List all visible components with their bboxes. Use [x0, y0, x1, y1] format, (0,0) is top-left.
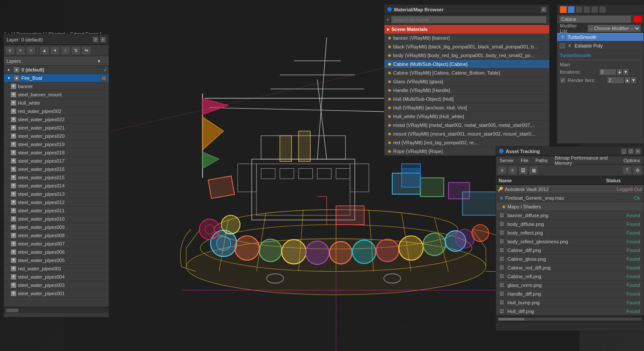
props-modifier-icon[interactable] — [568, 6, 575, 13]
render-iter-spinup[interactable]: ▲ — [624, 77, 630, 84]
layer-item-swp016[interactable]: ■ steel_water_pipes016 — [4, 165, 109, 174]
asset-file-hull-bump[interactable]: 🖼 Hull_bump.png Found — [496, 298, 644, 307]
layer-item-swp020[interactable]: ■ steel_water_pipes020 — [4, 132, 109, 140]
hscroll-thumb[interactable] — [6, 308, 19, 313]
mat-item-metal[interactable]: ◆ metal (VRayMtl) [metal_stair002, metal… — [384, 121, 549, 129]
render-iters-input[interactable]: 2 — [607, 77, 624, 84]
layer-close-btn[interactable]: × — [100, 37, 106, 43]
layer-tb-sort3[interactable]: ⇆ — [82, 46, 91, 55]
mat-item-handle[interactable]: ◆ Handle (VRayMtl) [Handle] — [384, 86, 549, 95]
mat-item-mount[interactable]: ◆ mount (VRayMtl) [mount_stair001, mount… — [384, 129, 549, 138]
layer-item-swp019[interactable]: ■ steel_water_pipes019 — [4, 140, 109, 149]
mat-item-body[interactable]: ◆ body (VRayMtl) [body_red_big_pompa001,… — [384, 51, 549, 60]
asset-maps-group[interactable]: ◆ Maps / Shaders — [496, 202, 644, 211]
mat-item-banner[interactable]: ◆ banner (VRayMtl) [banner] — [384, 34, 549, 42]
asset-scrollbar-track[interactable] — [498, 317, 642, 321]
mat-item-cabine-multi[interactable]: ◆ Cabine (Multi/Sub-Object) [Cabine] — [384, 60, 549, 68]
layer-item-swp018[interactable]: ■ steel_water_pipes018 — [4, 149, 109, 157]
props-color-icon[interactable] — [560, 6, 567, 13]
asset-maxfile-row[interactable]: ◉ Fireboat_Generic_vray.max Ok — [496, 194, 644, 202]
asset-list[interactable]: 🔑 Autodesk Vault 2012 Logged Out ◉ Fireb… — [496, 185, 644, 316]
layer-item-rwp002[interactable]: ■ red_water_pipes002 — [4, 107, 109, 116]
mat-search-input[interactable] — [391, 16, 547, 24]
layer-item-swp011[interactable]: ■ steel_water_pipes011 — [4, 207, 109, 215]
layer-item-swp017[interactable]: ■ steel_water_pipes017 — [4, 157, 109, 165]
layer-tb-move-down[interactable]: ▾ — [50, 46, 60, 55]
mat-item-hull-vray[interactable]: ◆ Hull (VRayMtl) [anchoor, Hull, Vint] — [384, 103, 549, 112]
layer-tb-sort[interactable]: ↕ — [61, 46, 70, 55]
asset-tb-1[interactable]: ≡ — [497, 166, 507, 175]
layer-item-banner[interactable]: ■ banner — [4, 82, 109, 91]
asset-file-cabine-gloss[interactable]: 🖼 Cabine_gloss.png Found — [496, 255, 644, 263]
mod-check-editable-poly[interactable]: □ — [560, 43, 565, 48]
asset-menu-file[interactable]: File — [519, 157, 530, 164]
layer-item-swp004[interactable]: ■ steel_water_pipes004 — [4, 273, 109, 281]
asset-scrollbar[interactable] — [496, 316, 644, 322]
modifier-entry-editable-poly[interactable]: □ E Editable Poly — [557, 41, 644, 50]
mat-item-black[interactable]: ◆ black (VRayMtl) [black_big_pompa001, b… — [384, 42, 549, 51]
layer-item-steel-banner[interactable]: ■ steel_banner_mount — [4, 91, 109, 99]
asset-close-btn[interactable]: × — [635, 148, 641, 154]
layer-item-swp005[interactable]: ■ steel_water_pipes005 — [4, 256, 109, 265]
asset-menu-server[interactable]: Server — [498, 157, 515, 164]
modifier-list-dropdown[interactable]: -- Choose Modifier -- — [587, 24, 641, 32]
asset-file-cabine-refl[interactable]: 🖼 Cabine_refl.png Found — [496, 272, 644, 281]
props-hierarchy-icon[interactable] — [575, 6, 582, 13]
layer-list[interactable]: ▸ ● 0 (default) ✓ ▾ ● Fire_Boat □ ■ bann… — [4, 66, 109, 307]
asset-file-body[interactable]: 🖼 body_diffuse.png Found — [496, 220, 644, 228]
mat-item-hull-multi[interactable]: ◆ Hull (Multi/Sub-Object) [Hull] — [384, 95, 549, 103]
props-utilities-icon[interactable] — [599, 6, 606, 13]
layer-item-swp014[interactable]: ■ steel_water_pipes014 — [4, 182, 109, 190]
asset-file-hull-diff[interactable]: 🖼 Hull_diff.png Found — [496, 307, 644, 316]
layer-item-swp009[interactable]: ■ steel_water_pipes009 — [4, 223, 109, 232]
layer-vis-0[interactable]: ● — [14, 67, 20, 73]
asset-menu-bitmap[interactable]: Bitmap Performance and Memory — [553, 154, 618, 167]
asset-scrollbar-thumb[interactable] — [498, 318, 524, 320]
layer-tb-move[interactable]: ▲ — [40, 46, 49, 55]
asset-file-handle[interactable]: 🖼 Handle_diff.png Found — [496, 290, 644, 298]
layer-item-swp003[interactable]: ■ steel_water_pipes003 — [4, 281, 109, 290]
render-iter-spindown[interactable]: ▼ — [630, 77, 637, 84]
props-display-icon[interactable] — [591, 6, 598, 13]
asset-maximize-btn[interactable]: □ — [628, 148, 634, 154]
layer-tb-delete[interactable]: × — [16, 46, 25, 55]
layer-item-swp007[interactable]: ■ steel_water_pipes007 — [4, 240, 109, 248]
layer-item-swp021[interactable]: ■ steel_water_pipes021 — [4, 124, 109, 132]
asset-tb-3[interactable]: 🖼 — [518, 166, 528, 175]
asset-file-cabine-red[interactable]: 🖼 Cabine_red_diff.png Found — [496, 263, 644, 272]
mat-item-red[interactable]: ◆ red (VRayMtl) [red_big_pompa002, re... — [384, 138, 549, 147]
asset-file-banner[interactable]: 🖼 banner_diffuse.png Found — [496, 211, 644, 220]
asset-tb-2[interactable]: ≡ — [508, 166, 517, 175]
iter-spindown[interactable]: ▼ — [623, 68, 629, 75]
layer-item-swp006[interactable]: ■ steel_water_pipes006 — [4, 248, 109, 256]
layer-item-hull-white[interactable]: ■ Hull_white — [4, 99, 109, 107]
layers-scroll-arrow[interactable]: ▾ — [97, 58, 106, 64]
layer-item-swp015[interactable]: ■ steel_water_pipes015 — [4, 174, 109, 182]
render-iters-checkbox[interactable]: ✓ — [560, 77, 566, 83]
layer-item-swp012[interactable]: ■ steel_water_pipes012 — [4, 198, 109, 207]
layer-item-swp010[interactable]: ■ steel_water_pipes010 — [4, 215, 109, 223]
asset-tb-help[interactable]: ? — [622, 166, 632, 175]
turbo-iter-input[interactable]: 0 — [599, 68, 617, 75]
layer-tb-add[interactable]: + — [26, 46, 36, 55]
layer-item-swp013[interactable]: ■ steel_water_pipes013 — [4, 190, 109, 198]
mat-item-glass[interactable]: ◆ Glass (VRayMtl) [glass] — [384, 77, 549, 86]
props-motion-icon[interactable] — [583, 6, 590, 13]
iter-spinup[interactable]: ▲ — [617, 68, 623, 75]
layer-hscroll[interactable] — [4, 307, 109, 313]
asset-menu-paths[interactable]: Paths — [534, 157, 549, 164]
asset-tb-gear[interactable]: ⚙ — [633, 166, 642, 175]
asset-vault-row[interactable]: 🔑 Autodesk Vault 2012 Logged Out — [496, 185, 644, 194]
mat-browser-close[interactable]: × — [541, 7, 547, 13]
mat-item-hull-white[interactable]: ◆ Hull_white (VRayMtl) [Hull_white] — [384, 112, 549, 121]
mat-list[interactable]: ◆ banner (VRayMtl) [banner] ◆ black (VRa… — [384, 34, 549, 156]
layer-help-btn[interactable]: ? — [92, 37, 99, 43]
layer-item-0[interactable]: ▸ ● 0 (default) ✓ — [4, 66, 109, 74]
layer-item-swp022[interactable]: ■ steel_water_pipes022 — [4, 116, 109, 124]
asset-file-cabine-diff[interactable]: 🖼 Cabine_diff.png Found — [496, 246, 644, 255]
asset-file-glass-norm[interactable]: 🖼 glass_norm.png Found — [496, 281, 644, 290]
layer-item-swp001[interactable]: ■ steel_water_pipes001 — [4, 290, 109, 298]
object-color-swatch[interactable] — [633, 16, 642, 23]
asset-tb-4[interactable]: ▦ — [529, 166, 538, 175]
asset-minimize-btn[interactable]: _ — [621, 148, 627, 154]
